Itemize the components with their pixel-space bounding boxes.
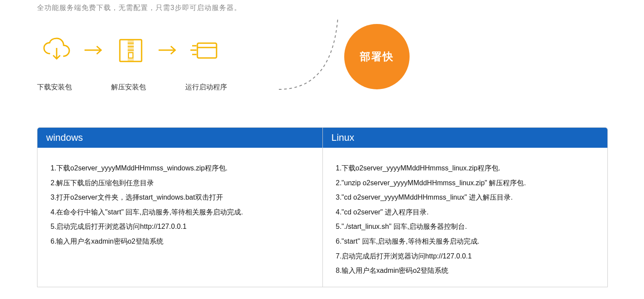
windows-steps-list: 1.下载o2server_yyyyMMddHHmmss_windows.zip程… [37,148,322,258]
archive-icon [111,37,150,65]
list-item: 3.打开o2server文件夹，选择start_windows.bat双击打开 [51,190,309,205]
svg-rect-9 [197,43,217,58]
run-program-icon [185,37,224,65]
linux-steps-list: 1.下载o2server_yyyyMMddHHmmss_linux.zip程序包… [323,148,608,287]
step-label-2: 解压安装包 [111,83,150,92]
step-label-3: 运行启动程序 [185,83,233,92]
windows-header: windows [37,128,322,148]
badge-area: 部署快 [275,11,423,98]
intro-text: 全功能服务端免费下载，无需配置，只需3步即可启动服务器。 [37,3,241,13]
linux-column: Linux 1.下载o2server_yyyyMMddHHmmss_linux.… [322,128,608,287]
instructions-panel: windows 1.下载o2server_yyyyMMddHHmmss_wind… [37,127,608,287]
step-label-1: 下载安装包 [37,83,76,92]
list-item: 4.在命令行中输入"start" 回车,启动服务,等待相关服务启动完成. [51,205,309,220]
windows-column: windows 1.下载o2server_yyyyMMddHHmmss_wind… [37,128,322,287]
list-item: 5.启动完成后打开浏览器访问http://127.0.0.1 [51,219,309,234]
list-item: 2.解压下载后的压缩包到任意目录 [51,176,309,190]
list-item: 5."./start_linux.sh" 回车,启动服务器控制台. [336,219,595,234]
svg-rect-7 [129,53,133,58]
list-item: 1.下载o2server_yyyyMMddHHmmss_windows.zip程… [51,161,309,176]
step-labels-row: 下载安装包 解压安装包 运行启动程序 [37,83,233,92]
arrow-right-icon [150,44,185,58]
list-item: 6.输入用户名xadmin密码o2登陆系统 [51,234,309,249]
list-item: 6."start" 回车,启动服务,等待相关服务启动完成. [336,234,595,249]
list-item: 8.输入用户名xadmin密码o2登陆系统 [336,263,595,278]
list-item: 3."cd o2server_yyyyMMddHHmmss_linux" 进入解… [336,190,595,205]
arrow-right-icon [76,44,111,58]
linux-header: Linux [323,128,608,148]
cloud-download-icon [37,37,76,65]
deploy-fast-badge: 部署快 [344,24,410,89]
list-item: 2."unzip o2server_yyyyMMddHHmmss_linux.z… [336,176,595,190]
list-item: 1.下载o2server_yyyyMMddHHmmss_linux.zip程序包… [336,161,595,176]
list-item: 4."cd o2server" 进入程序目录. [336,205,595,220]
step-icons-row [37,37,224,65]
list-item: 7.启动完成后打开浏览器访问http://127.0.0.1 [336,249,595,264]
